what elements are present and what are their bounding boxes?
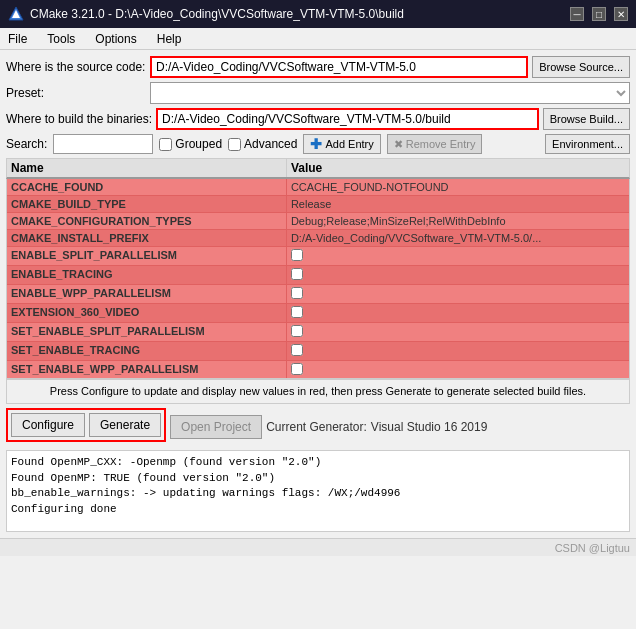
table-cell-value: Debug;Release;MinSizeRel;RelWithDebInfo: [287, 213, 629, 229]
environment-button[interactable]: Environment...: [545, 134, 630, 154]
entry-checkbox[interactable]: [291, 268, 303, 280]
table-cell-value[interactable]: [287, 247, 629, 265]
menu-help[interactable]: Help: [153, 31, 186, 47]
table-cell-value[interactable]: [287, 342, 629, 360]
log-line: Found OpenMP_CXX: -Openmp (found version…: [11, 455, 625, 470]
preset-label: Preset:: [6, 86, 146, 100]
table-cell-value[interactable]: [287, 323, 629, 341]
table-cell-name: CMAKE_CONFIGURATION_TYPES: [7, 213, 287, 229]
plus-icon: ✚: [310, 136, 322, 152]
table-row[interactable]: CMAKE_CONFIGURATION_TYPESDebug;Release;M…: [7, 213, 629, 230]
table-row[interactable]: SET_ENABLE_SPLIT_PARALLELISM: [7, 323, 629, 342]
table-cell-value: D:/A-Video_Coding/VVCSoftware_VTM-VTM-5.…: [287, 230, 629, 246]
table-row[interactable]: CMAKE_BUILD_TYPERelease: [7, 196, 629, 213]
minimize-button[interactable]: ─: [570, 7, 584, 21]
table-cell-name: ENABLE_WPP_PARALLELISM: [7, 285, 287, 303]
close-button[interactable]: ✕: [614, 7, 628, 21]
table-cell-value[interactable]: [287, 304, 629, 322]
log-line: bb_enable_warnings: -> updating warnings…: [11, 486, 625, 501]
current-generator-label: Current Generator:: [266, 420, 367, 434]
table-row[interactable]: ENABLE_TRACING: [7, 266, 629, 285]
watermark-text: CSDN @Ligtuu: [555, 542, 630, 554]
message-area: Press Configure to update and display ne…: [6, 379, 630, 404]
entry-checkbox[interactable]: [291, 249, 303, 261]
table-cell-value: CCACHE_FOUND-NOTFOUND: [287, 179, 629, 195]
menu-file[interactable]: File: [4, 31, 31, 47]
table-header-value: Value: [287, 159, 629, 177]
preset-row: Preset:: [6, 82, 630, 104]
table-cell-value[interactable]: [287, 361, 629, 379]
build-row: Where to build the binaries: Browse Buil…: [6, 108, 630, 130]
menu-tools[interactable]: Tools: [43, 31, 79, 47]
table-cell-name: SET_ENABLE_SPLIT_PARALLELISM: [7, 323, 287, 341]
title-bar-left: CMake 3.21.0 - D:\A-Video_Coding\VVCSoft…: [8, 6, 404, 22]
search-input[interactable]: [53, 134, 153, 154]
advanced-checkbox[interactable]: [228, 138, 241, 151]
configure-button[interactable]: Configure: [11, 413, 85, 437]
message-text: Press Configure to update and display ne…: [50, 385, 586, 397]
entry-checkbox[interactable]: [291, 325, 303, 337]
preset-select[interactable]: [150, 82, 630, 104]
entry-checkbox[interactable]: [291, 306, 303, 318]
table-cell-name: EXTENSION_360_VIDEO: [7, 304, 287, 322]
browse-build-button[interactable]: Browse Build...: [543, 108, 630, 130]
entry-checkbox[interactable]: [291, 287, 303, 299]
table-cell-name: SET_ENABLE_WPP_PARALLELISM: [7, 361, 287, 379]
build-label: Where to build the binaries:: [6, 112, 152, 126]
search-label: Search:: [6, 137, 47, 151]
action-buttons-group: Configure Generate: [6, 408, 166, 442]
source-input[interactable]: [150, 56, 528, 78]
open-project-button[interactable]: Open Project: [170, 415, 262, 439]
toolbar-row: Search: Grouped Advanced ✚ Add Entry ✖ R…: [6, 134, 630, 154]
table-row[interactable]: ENABLE_SPLIT_PARALLELISM: [7, 247, 629, 266]
table-row[interactable]: ENABLE_WPP_PARALLELISM: [7, 285, 629, 304]
grouped-checkbox[interactable]: [159, 138, 172, 151]
add-entry-button[interactable]: ✚ Add Entry: [303, 134, 380, 154]
table-row[interactable]: CCACHE_FOUNDCCACHE_FOUND-NOTFOUND: [7, 179, 629, 196]
table-cell-name: CMAKE_INSTALL_PREFIX: [7, 230, 287, 246]
remove-entry-button[interactable]: ✖ Remove Entry: [387, 134, 483, 154]
table-row[interactable]: SET_ENABLE_WPP_PARALLELISM: [7, 361, 629, 379]
current-generator-value: Visual Studio 16 2019: [371, 420, 488, 434]
table-cell-name: ENABLE_SPLIT_PARALLELISM: [7, 247, 287, 265]
title-bar: CMake 3.21.0 - D:\A-Video_Coding\VVCSoft…: [0, 0, 636, 28]
table-row[interactable]: CMAKE_INSTALL_PREFIXD:/A-Video_Coding/VV…: [7, 230, 629, 247]
source-label: Where is the source code:: [6, 60, 146, 74]
title-bar-title: CMake 3.21.0 - D:\A-Video_Coding\VVCSoft…: [30, 7, 404, 21]
browse-source-button[interactable]: Browse Source...: [532, 56, 630, 78]
table-body: CCACHE_FOUNDCCACHE_FOUND-NOTFOUNDCMAKE_B…: [6, 179, 630, 379]
entry-checkbox[interactable]: [291, 363, 303, 375]
bottom-status: CSDN @Ligtuu: [0, 538, 636, 556]
table-cell-value: Release: [287, 196, 629, 212]
log-line: Configuring done: [11, 502, 625, 517]
cmake-table-container: Name Value CCACHE_FOUNDCCACHE_FOUND-NOTF…: [6, 158, 630, 379]
build-input[interactable]: [156, 108, 539, 130]
table-cell-name: CCACHE_FOUND: [7, 179, 287, 195]
advanced-checkbox-label[interactable]: Advanced: [228, 137, 297, 151]
table-cell-name: ENABLE_TRACING: [7, 266, 287, 284]
table-cell-value[interactable]: [287, 266, 629, 284]
table-cell-value[interactable]: [287, 285, 629, 303]
title-bar-controls: ─ □ ✕: [570, 7, 628, 21]
table-cell-name: SET_ENABLE_TRACING: [7, 342, 287, 360]
source-code-row: Where is the source code: Browse Source.…: [6, 56, 630, 78]
remove-icon: ✖: [394, 138, 403, 151]
entry-checkbox[interactable]: [291, 344, 303, 356]
log-area: Found OpenMP_CXX: -Openmp (found version…: [6, 450, 630, 532]
maximize-button[interactable]: □: [592, 7, 606, 21]
table-header-name: Name: [7, 159, 287, 177]
menu-bar: File Tools Options Help: [0, 28, 636, 50]
table-row[interactable]: EXTENSION_360_VIDEO: [7, 304, 629, 323]
cmake-icon: [8, 6, 24, 22]
table-cell-name: CMAKE_BUILD_TYPE: [7, 196, 287, 212]
log-line: Found OpenMP: TRUE (found version "2.0"): [11, 471, 625, 486]
table-header: Name Value: [6, 158, 630, 179]
grouped-checkbox-label[interactable]: Grouped: [159, 137, 222, 151]
table-row[interactable]: SET_ENABLE_TRACING: [7, 342, 629, 361]
main-content: Where is the source code: Browse Source.…: [0, 50, 636, 538]
generate-button[interactable]: Generate: [89, 413, 161, 437]
menu-options[interactable]: Options: [91, 31, 140, 47]
